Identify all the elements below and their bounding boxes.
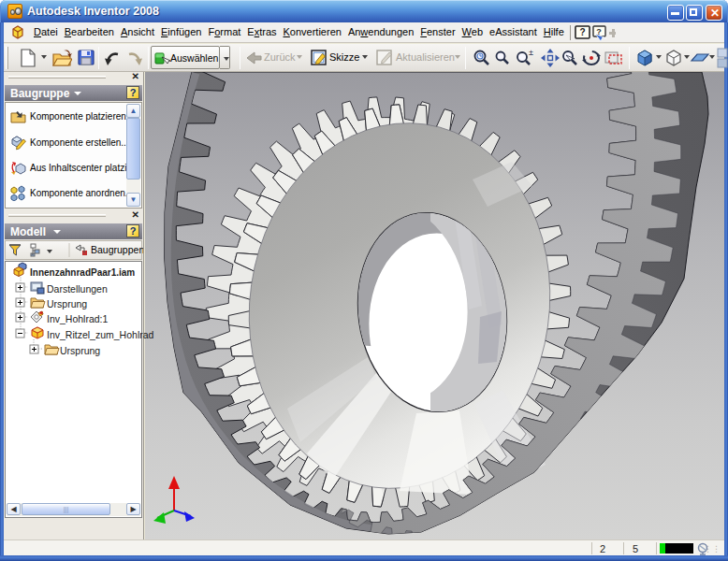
svg-text:?: ? [579, 27, 585, 37]
svg-text:Baugruppen: Baugruppen [91, 244, 143, 255]
svg-text:±: ± [529, 48, 533, 57]
